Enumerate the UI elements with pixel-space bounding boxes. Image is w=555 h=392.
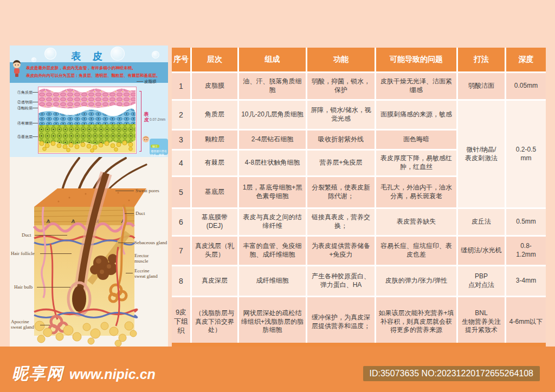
label-leader-line: [126, 273, 133, 273]
cartoon-tip-icon: [142, 135, 150, 144]
table-cell: 9皮下组织: [172, 297, 190, 347]
table-cell: 0.8- 1.2mm: [506, 237, 546, 265]
label-leader-line: [33, 136, 38, 137]
label-leader-line: [35, 235, 67, 236]
label-leader-line: [115, 191, 134, 191]
table-cell: 皮肤干燥无光泽、洁面紧绷感: [376, 73, 456, 99]
sebum-film-label: 皮脂膜: [144, 79, 157, 84]
table-cell: 链接真表皮，营养交换；: [307, 209, 375, 235]
label-leader-line: [37, 287, 70, 288]
label-leader-line: [40, 325, 50, 325]
table-cell: 油、汗、脱落角质细胞: [239, 73, 306, 99]
table-cell: 成纤维细胞: [239, 266, 306, 296]
table-cell: 产生各种胶原蛋白、弹力蛋白、HA: [307, 266, 375, 296]
label-duct-left: Duct: [22, 233, 31, 238]
table-cell: 4-6mm以下: [506, 297, 546, 347]
table-cell: 面膜刺痛感的来源，敏感: [376, 101, 456, 129]
table-cell: 表皮营养缺失: [376, 209, 456, 235]
layer-label-2: ②透明层: [17, 100, 33, 105]
col-header-problems: 可能导致的问题: [376, 48, 456, 71]
label-leader-line: [137, 81, 143, 82]
table-cell: BNL 生物营养关注提升紧致术: [458, 297, 505, 347]
table-cell: 角质层: [192, 101, 237, 129]
table-cell: 有棘层: [192, 151, 237, 175]
table-cell: 分裂繁殖，使表皮新陈代谢；: [307, 177, 375, 207]
left-illustration-panel: 表 皮 表皮是最外层皮肤，表皮内无血管，有许多细小的神经末梢。 表皮由外向内可以…: [10, 45, 168, 347]
image-id-badge: ID:35073635 NO:20231220172655264108: [363, 366, 540, 381]
table-cell: 表皮厚度下降，易敏感红肿，红血丝: [376, 151, 456, 175]
label-leader-line: [118, 243, 133, 243]
table-cell: 颗粒层: [192, 130, 237, 149]
merged-method-cell: 微针/纳晶/ 表皮刺激法: [458, 101, 505, 207]
table-cell: 真皮深层: [192, 266, 237, 296]
site-name: 昵享网: [12, 364, 64, 382]
layer-label-1: ①角质层: [17, 90, 33, 95]
table-cell: 基底层: [192, 177, 237, 207]
skin-anatomy-section: Sweat pores Duct Sebaceous gland Erector…: [10, 157, 168, 347]
table-cell: 4: [172, 151, 190, 175]
tip-box: 贴士 透明层只存在 于手、脚掌。: [150, 139, 168, 155]
table-cell: PBP 点对点法: [458, 266, 505, 296]
table-cell: 如果该层次能补充营养+填补容积，则真皮层就会获得更多的营养来源: [376, 297, 456, 347]
label-leader-line: [125, 213, 134, 214]
table-cell: 皮丘法: [458, 209, 505, 235]
col-header-composition: 组成: [239, 48, 306, 71]
merged-depth-cell: 0.2-0.5 mm: [506, 101, 546, 207]
table-cell: 缓冲保护，为真皮深层提供营养和温度；: [307, 297, 375, 347]
table-cell: 吸收折射紫外线: [307, 130, 375, 149]
epidermis-vertical-label: 表皮: [144, 112, 149, 123]
footer-bar: 昵享网www.nipic.cn ID:35073635 NO:202312201…: [0, 347, 555, 392]
table-cell: 丰富的血管、免疫细胞、成纤维细胞: [239, 237, 306, 265]
table-cell: 真皮浅层（乳头层）: [192, 237, 237, 265]
table-cell: 面色晦暗: [376, 130, 456, 149]
table-cell: 6: [172, 209, 190, 235]
epidermis-title: 表 皮: [10, 50, 168, 63]
label-duct-right: Duct: [135, 211, 145, 217]
layer-label-3: ③颗粒层: [17, 106, 33, 111]
poster-page: 表 皮 表皮是最外层皮肤，表皮内无血管，有许多细小的神经末梢。 表皮由外向内可以…: [0, 0, 555, 392]
label-sebaceous-gland: Sebaceous gland: [134, 240, 167, 246]
label-sweat-pores: Sweat pores: [135, 188, 159, 194]
label-apocrine-sweat-gland: Apocrine sweat gland: [11, 319, 34, 330]
col-header-method: 打法: [458, 48, 505, 71]
table-cell: 5: [172, 177, 190, 207]
epidermis-diagram-section: 表 皮 表皮是最外层皮肤，表皮内无血管，有许多细小的神经末梢。 表皮由外向内可以…: [10, 45, 168, 157]
table-cell: 皮肤的弹力/张力/弹性: [376, 266, 456, 296]
tip-text: 透明层只存在 于手、脚掌。: [151, 149, 167, 156]
label-hair-bulb: Hair bulb: [14, 285, 33, 290]
epidermis-bracket: [139, 91, 141, 152]
label-leader-line: [40, 253, 72, 254]
thickness-label: 0.07-2mm: [150, 117, 165, 121]
table-cell: （浅脂肪层与真皮下沿交界处）: [192, 297, 237, 347]
col-header-index: 序号: [172, 48, 190, 71]
site-url: www.nipic.cn: [69, 367, 156, 382]
cartoon-kid-icon: [11, 60, 23, 78]
table-cell: 弱酸洁面: [458, 73, 505, 99]
label-hair-follicle: Hair follicle: [11, 251, 35, 257]
col-header-depth: 深度: [506, 48, 546, 71]
table-cell: 屏障，锁水/储水，视觉光感: [307, 101, 375, 129]
table-cell: 2: [172, 101, 190, 129]
layer-label-4: ④有棘层: [17, 121, 33, 126]
col-header-function: 功能: [307, 48, 375, 71]
intro-line-1: 表皮是最外层皮肤，表皮内无血管，有许多细小的神经末梢。: [26, 66, 136, 71]
table-cell: 0.5mm: [506, 209, 546, 235]
table-cell: 营养层+免疫层: [307, 151, 375, 175]
table-cell: 毛孔大，外油内干，油水分离，易长斑衰老: [376, 177, 456, 207]
layer-label-5: ⑤基底层: [17, 134, 33, 140]
intro-line-2: 表皮由外向内可以分为五层：角质层、透明层、颗粒层、有棘层和基底层。: [26, 73, 160, 79]
table-cell: 为表皮提供营养储备+免疫力: [307, 237, 375, 265]
table-cell: 3-4mm: [506, 266, 546, 296]
table-cell: 10几-20几层角质细胞: [239, 101, 306, 129]
table-cell: 3: [172, 130, 190, 149]
skin-layers-table: 序号 层次 组成 功能 可能导致的问题 打法 深度 1 皮脂膜 油、汗、脱落角质…: [172, 48, 546, 347]
label-leader-line: [33, 102, 38, 102]
site-brand: 昵享网www.nipic.cn: [12, 363, 156, 385]
table-cell: 网状层深处的疏松结缔组织+浅脂肪层的脂肪细胞: [239, 297, 306, 347]
col-header-layer: 层次: [192, 48, 237, 71]
table-cell: 皮脂膜: [192, 73, 237, 99]
table-cell: 8: [172, 266, 190, 296]
table-cell: 缝纫法/水光机: [458, 237, 505, 265]
table-cell: 1: [172, 73, 190, 99]
table-cell: 基底膜带(DEJ): [192, 209, 237, 235]
